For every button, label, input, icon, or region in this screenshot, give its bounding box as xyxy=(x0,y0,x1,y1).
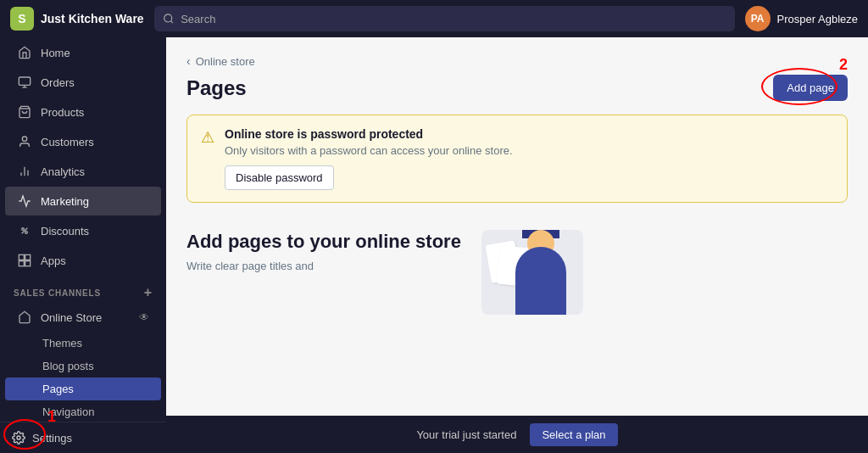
sidebar-item-discounts[interactable]: Discounts xyxy=(5,216,161,245)
user-name: Prosper Agbleze xyxy=(777,13,858,25)
settings-label: Settings xyxy=(32,432,72,445)
svg-rect-1 xyxy=(19,77,30,85)
top-navigation: S Just Kitchen Ware PA Prosper Agbleze xyxy=(0,0,868,37)
warning-icon: ⚠ xyxy=(201,128,214,147)
sidebar-label-analytics: Analytics xyxy=(41,165,85,178)
promo-text: Add pages to your online store Write cle… xyxy=(186,230,461,272)
customers-icon xyxy=(17,134,32,149)
sidebar-item-products[interactable]: Products xyxy=(5,98,161,126)
settings-bar[interactable]: Settings 1 xyxy=(0,422,166,453)
sidebar-label-apps: Apps xyxy=(41,254,66,267)
svg-line-11 xyxy=(22,228,28,234)
page-header: Pages 2 Add page xyxy=(186,75,848,101)
marketing-icon xyxy=(17,193,32,209)
sidebar-item-customers[interactable]: Customers xyxy=(5,127,161,156)
main-content: ‹ Online store Pages 2 Add page ⚠ Online… xyxy=(166,37,868,453)
add-page-wrapper: 2 Add page xyxy=(773,75,848,101)
online-store-row[interactable]: Online Store 👁 xyxy=(5,304,161,331)
sidebar-label-customers: Customers xyxy=(41,136,94,148)
svg-rect-12 xyxy=(19,254,24,260)
online-store-icon xyxy=(17,310,32,325)
analytics-icon xyxy=(17,164,32,179)
sub-item-pages[interactable]: Pages xyxy=(5,378,161,400)
products-icon xyxy=(17,104,32,120)
add-page-button[interactable]: Add page xyxy=(773,75,848,101)
breadcrumb-label: Online store xyxy=(196,55,255,68)
sidebar-item-apps[interactable]: Apps xyxy=(5,246,161,275)
search-input[interactable] xyxy=(181,13,726,25)
orders-icon xyxy=(17,75,32,90)
sidebar-label-discounts: Discounts xyxy=(41,225,89,238)
brand-logo: S xyxy=(10,7,34,31)
promo-section: Add pages to your online store Write cle… xyxy=(186,223,848,315)
alert-content: Online store is password protected Only … xyxy=(225,127,513,190)
alert-title: Online store is password protected xyxy=(225,127,513,141)
sidebar-label-home: Home xyxy=(41,47,70,59)
svg-point-5 xyxy=(22,137,26,141)
svg-point-9 xyxy=(22,228,25,231)
sidebar: Home Orders Products Customers Analytics xyxy=(0,37,166,453)
breadcrumb[interactable]: ‹ Online store xyxy=(186,54,848,68)
brand-area: S Just Kitchen Ware xyxy=(10,7,144,31)
promo-title: Add pages to your online store xyxy=(186,230,461,254)
settings-icon xyxy=(12,431,25,445)
brand-name: Just Kitchen Ware xyxy=(41,12,144,25)
svg-rect-13 xyxy=(25,254,31,260)
sales-channels-section: SALES CHANNELS + xyxy=(0,276,166,303)
alert-description: Only visitors with a password can access… xyxy=(225,144,513,157)
sidebar-item-orders[interactable]: Orders xyxy=(5,68,161,97)
select-plan-button[interactable]: Select a plan xyxy=(530,423,617,446)
sidebar-item-marketing[interactable]: Marketing xyxy=(5,187,161,215)
online-store-label: Online Store xyxy=(41,311,139,324)
promo-image xyxy=(481,230,583,315)
sidebar-label-orders: Orders xyxy=(41,76,75,89)
trial-message: Your trial just started xyxy=(416,428,516,441)
sub-item-themes[interactable]: Themes xyxy=(5,332,161,355)
search-bar[interactable] xyxy=(154,6,735,31)
apps-icon xyxy=(17,253,32,268)
svg-rect-15 xyxy=(25,261,31,266)
trial-bar: Your trial just started Select a plan xyxy=(166,416,868,453)
svg-point-0 xyxy=(164,14,171,22)
svg-point-16 xyxy=(17,436,20,439)
sidebar-item-home[interactable]: Home xyxy=(5,38,161,67)
add-channel-button[interactable]: + xyxy=(144,286,153,299)
disable-password-button[interactable]: Disable password xyxy=(225,165,334,190)
breadcrumb-arrow-icon: ‹ xyxy=(186,54,191,68)
sub-item-navigation[interactable]: Navigation xyxy=(5,400,161,423)
annotation-number-2: 2 xyxy=(839,56,848,74)
figure-body xyxy=(515,247,566,315)
alert-banner: ⚠ Online store is password protected Onl… xyxy=(186,115,848,203)
eye-icon[interactable]: 👁 xyxy=(139,311,149,323)
svg-point-10 xyxy=(25,232,28,234)
annotation-number-1: 1 xyxy=(47,408,56,426)
sidebar-label-products: Products xyxy=(41,106,84,119)
home-icon xyxy=(17,45,32,60)
promo-description: Write clear page titles and xyxy=(186,260,461,272)
sub-item-blog-posts[interactable]: Blog posts xyxy=(5,355,161,378)
avatar: PA xyxy=(745,6,771,31)
svg-rect-14 xyxy=(19,261,24,266)
sidebar-item-analytics[interactable]: Analytics xyxy=(5,157,161,186)
page-title: Pages xyxy=(186,76,247,100)
discounts-icon xyxy=(17,223,32,238)
user-area: PA Prosper Agbleze xyxy=(745,6,858,31)
sidebar-label-marketing: Marketing xyxy=(41,195,89,208)
search-icon xyxy=(163,13,175,25)
